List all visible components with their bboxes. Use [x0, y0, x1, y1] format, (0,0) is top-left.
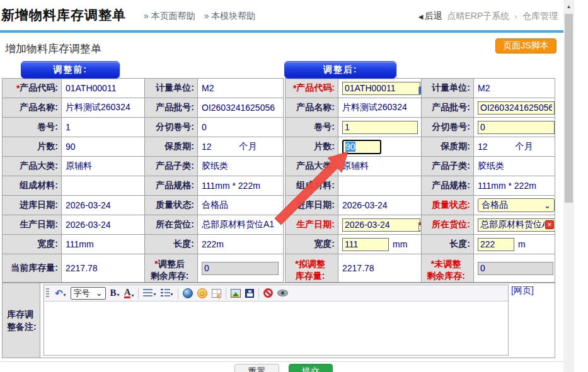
field-value: M2 [198, 79, 283, 98]
paste-block-button[interactable] [263, 288, 273, 298]
product-code-input[interactable] [342, 82, 420, 95]
field-value [474, 98, 555, 117]
field-label-required: 生产日期: [285, 215, 338, 234]
field-label: 产品名称: [3, 98, 61, 117]
before-adjustment-table: *产品代码: 01ATH00011 计量单位: M2 产品名称: 片料测试260… [2, 78, 284, 283]
quality-status-select[interactable]: 合格品 ⌄ [478, 198, 555, 212]
field-label: 组成材料: [285, 176, 338, 195]
storage-location-input[interactable] [478, 218, 555, 232]
field-label: 卷号: [285, 118, 338, 137]
insert-image-button[interactable] [231, 289, 241, 298]
field-label-required: *产品代码: [285, 79, 338, 98]
ordered-list-button[interactable]: ▾ [161, 289, 173, 297]
field-label: 产品名称: [285, 98, 338, 117]
tab-before-adjustment[interactable]: 调整前: [21, 61, 120, 79]
page-help-link[interactable]: » 本页面帮助 [144, 11, 195, 22]
field-value [198, 254, 283, 282]
align-button[interactable]: ▾ [143, 289, 156, 297]
scrollbar-up-arrow-icon[interactable]: ▲ [563, 1, 574, 11]
field-value: ✕ [474, 215, 555, 234]
field-value [338, 176, 421, 195]
field-value: 合格品 [198, 196, 283, 215]
batch-number-input[interactable] [478, 101, 555, 115]
footer-divider [0, 361, 563, 362]
remaining-after-adjust-readonly-input[interactable] [202, 262, 279, 275]
back-arrow-icon: ◀ [418, 13, 424, 20]
drag-handle-icon[interactable] [46, 288, 49, 298]
field-label-required: *拟调整 库存量: [285, 254, 338, 282]
field-value: 原辅料 [338, 157, 421, 176]
field-label-required: 所在货位: [422, 215, 473, 234]
field-value: 片料测试260324 [338, 98, 421, 117]
breadcrumb-current[interactable]: 仓库管理 [522, 11, 558, 22]
chevron-down-icon: ⌄ [96, 288, 103, 298]
breadcrumb-parent[interactable]: 点晴ERP子系统 [447, 11, 510, 22]
font-size-select[interactable]: 字号⌄ [71, 287, 106, 300]
table-edit-icon [212, 289, 221, 298]
width-input[interactable] [342, 238, 389, 251]
save-icon [245, 289, 254, 298]
editor-webpage-mode-link[interactable]: [网页] [511, 285, 534, 296]
field-label: 进库日期: [285, 196, 338, 215]
product-picker-icon[interactable]: ✔ [418, 86, 421, 94]
notes-row: 库存调整备注: ↶▾ 字号⌄ B▾ A▾ ▾ ▾ ☺ [2, 283, 555, 358]
undo-icon: ↶ [55, 288, 63, 298]
field-value: 15 [338, 215, 421, 234]
field-value: 2026-03-24 [62, 196, 144, 215]
ordered-list-icon [161, 289, 170, 297]
vertical-scrollbar[interactable]: ▲ [563, 0, 574, 372]
field-label: 进库日期: [3, 196, 61, 215]
field-label: 保质期: [422, 137, 473, 156]
field-value: 2026-03-24 [338, 196, 421, 215]
editor-content-area[interactable] [44, 302, 508, 355]
font-color-button[interactable]: A▾ [124, 288, 134, 298]
field-value: 12个月 [198, 137, 283, 156]
help-links: » 本页面帮助 » 本模块帮助 [144, 11, 255, 22]
unadjusted-remaining-readonly-input[interactable] [478, 262, 553, 275]
submit-button[interactable]: 提交 [289, 364, 333, 372]
clear-location-icon[interactable]: ✕ [545, 220, 554, 229]
field-value: 总部原材料货位A1 [198, 215, 283, 234]
edit-table-button[interactable] [212, 289, 221, 298]
module-help-link[interactable]: » 本模块帮助 [204, 11, 256, 22]
page-header-title: 新增物料库存调整单 [1, 6, 126, 24]
field-label: 宽度: [285, 235, 338, 254]
field-label: 保质期: [145, 137, 197, 156]
slit-roll-number-input[interactable] [478, 121, 555, 134]
image-icon [231, 289, 241, 298]
field-label: 组成材料: [3, 176, 61, 195]
field-value: OI2603241625056 [198, 98, 283, 117]
tab-after-adjustment[interactable]: 调整后: [284, 61, 396, 79]
back-button[interactable]: ◀ 后退 [418, 11, 442, 22]
field-value [474, 118, 555, 137]
scrollbar-thumb[interactable] [565, 14, 573, 203]
field-value: 12个月 [474, 137, 555, 156]
field-label: *产品代码: [3, 79, 61, 98]
production-date-input[interactable] [342, 218, 420, 232]
hyperlink-button[interactable] [183, 288, 193, 298]
roll-number-input[interactable] [342, 121, 418, 134]
field-value: 90 [62, 137, 144, 156]
page-js-script-button[interactable]: 页面JS脚本 [495, 38, 556, 54]
field-value: 111mm * 222m [198, 176, 283, 195]
undo-button[interactable]: ↶▾ [55, 288, 66, 298]
calendar-icon[interactable]: 15 [418, 222, 421, 231]
save-html-button[interactable] [245, 289, 254, 298]
field-value: 111mm [62, 235, 144, 254]
preview-button[interactable] [277, 290, 288, 296]
emoticon-button[interactable]: ☺ [197, 288, 207, 298]
bold-button[interactable]: B▾ [110, 288, 120, 298]
align-icon [143, 289, 153, 297]
pieces-input-focused[interactable]: 90 [342, 140, 381, 154]
breadcrumb: ◀ 后退 点晴ERP子系统 › 仓库管理 [418, 11, 558, 22]
length-input[interactable] [478, 238, 514, 251]
field-value [62, 176, 144, 195]
field-label: 卷号: [3, 118, 61, 137]
notes-editor-cell: ↶▾ 字号⌄ B▾ A▾ ▾ ▾ ☺ [网页] [40, 283, 555, 358]
block-icon [263, 288, 273, 298]
reset-button[interactable]: 重置 [234, 364, 279, 372]
toolbar-divider [258, 288, 259, 299]
field-label: 宽度: [3, 235, 61, 254]
field-label-required: 质量状态: [422, 196, 473, 215]
breadcrumb-separator: › [514, 11, 517, 21]
